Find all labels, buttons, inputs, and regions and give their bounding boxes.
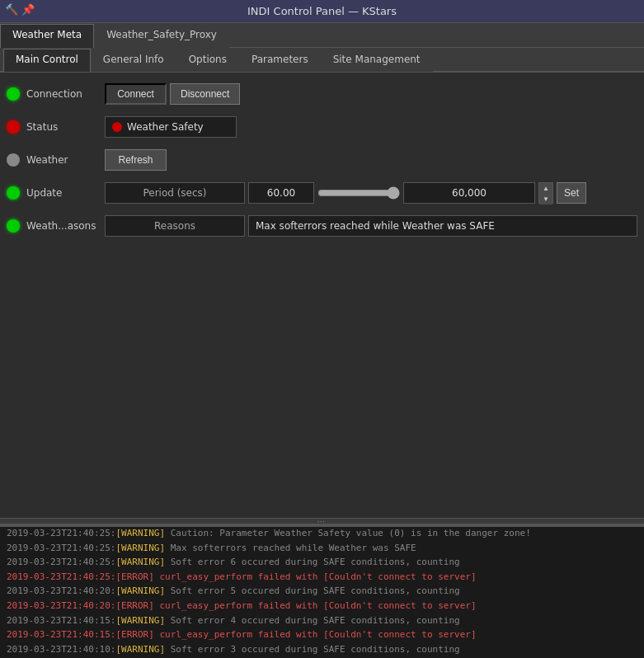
log-line: 2019-03-23T21:40:25:[WARNING] Caution: P…: [7, 526, 637, 541]
log-line: 2019-03-23T21:40:10:[WARNING] Soft error…: [7, 642, 637, 657]
connection-indicator: [7, 87, 20, 101]
connect-button[interactable]: Connect: [105, 83, 167, 105]
update-indicator: [7, 186, 20, 200]
set-button[interactable]: Set: [557, 182, 586, 204]
window-title: INDI Control Panel — KStars: [247, 5, 397, 17]
title-bar: 🔨 📌 INDI Control Panel — KStars: [0, 0, 644, 23]
sub-tab-general-info[interactable]: General Info: [91, 49, 176, 72]
sub-tab-main-control[interactable]: Main Control: [3, 49, 91, 72]
log-line: 2019-03-23T21:40:15:[ERROR] curl_easy_pe…: [7, 627, 637, 642]
top-tab-weather-safety-proxy[interactable]: Weather_Safety_Proxy: [94, 24, 229, 48]
sub-tab-bar: Main Control General Info Options Parame…: [0, 48, 644, 73]
log-line: 2019-03-23T21:40:25:[WARNING] Soft error…: [7, 555, 637, 570]
reasons-indicator: [7, 219, 20, 233]
disconnect-button[interactable]: Disconnect: [170, 83, 240, 105]
status-label: Status: [26, 121, 105, 133]
status-red-dot: [112, 122, 122, 132]
sub-tab-parameters[interactable]: Parameters: [239, 49, 321, 72]
status-row: Status Weather Safety: [7, 114, 637, 140]
sub-tab-site-management[interactable]: Site Management: [321, 49, 433, 72]
spin-up-button[interactable]: ▲: [539, 183, 552, 194]
reasons-value-field: Max softerrors reached while Weather was…: [248, 215, 637, 237]
update-label: Update: [26, 187, 105, 199]
weather-label: Weather: [26, 154, 105, 166]
log-line: 2019-03-23T21:40:15:[WARNING] Soft error…: [7, 613, 637, 628]
refresh-button[interactable]: Refresh: [105, 149, 167, 171]
app-icon-pin: 📌: [21, 3, 35, 16]
spin-buttons: ▲ ▼: [538, 182, 553, 204]
log-area[interactable]: 2019-03-23T21:40:25:[WARNING] Caution: P…: [0, 524, 644, 658]
period-label: Period (secs): [105, 182, 245, 204]
connection-controls: Connect Disconnect: [105, 83, 637, 105]
update-controls: Period (secs) 60.00 60,000 ▲ ▼ Set: [105, 182, 637, 204]
status-controls: Weather Safety: [105, 116, 637, 138]
log-line: 2019-03-23T21:40:25:[ERROR] curl_easy_pe…: [7, 570, 637, 585]
update-row: Update Period (secs) 60.00 60,000 ▲ ▼ Se…: [7, 180, 637, 206]
connection-row: Connection Connect Disconnect: [7, 81, 637, 107]
period-slider-container: [317, 186, 400, 200]
status-indicator: [7, 120, 20, 134]
top-tab-weather-meta[interactable]: Weather Meta: [0, 24, 94, 48]
log-line: 2019-03-23T21:40:20:[ERROR] curl_easy_pe…: [7, 599, 637, 613]
status-value-field: Weather Safety: [105, 116, 237, 138]
reasons-label: Weath...asons: [26, 220, 105, 232]
spin-down-button[interactable]: ▼: [539, 194, 552, 204]
period-slider[interactable]: [317, 186, 400, 200]
period-value-field: 60.00: [248, 182, 314, 204]
title-icons: 🔨 📌: [5, 3, 35, 16]
connection-label: Connection: [26, 88, 105, 100]
top-tab-bar: Weather Meta Weather_Safety_Proxy: [0, 23, 644, 48]
reasons-button-field: Reasons: [105, 215, 245, 237]
reasons-controls: Reasons Max softerrors reached while Wea…: [105, 215, 637, 237]
weather-indicator: [7, 153, 20, 167]
weather-row: Weather Refresh: [7, 147, 637, 173]
reasons-row: Weath...asons Reasons Max softerrors rea…: [7, 213, 637, 239]
spin-value-field: 60,000: [403, 182, 535, 204]
log-line: 2019-03-23T21:40:20:[WARNING] Soft error…: [7, 584, 637, 599]
main-content-panel: Connection Connect Disconnect Status Wea…: [0, 73, 644, 518]
resize-handle[interactable]: [0, 518, 644, 524]
sub-tab-options[interactable]: Options: [176, 49, 239, 72]
app-icon-hammer: 🔨: [5, 3, 18, 16]
log-line: 2019-03-23T21:40:25:[WARNING] Max softer…: [7, 541, 637, 556]
weather-controls: Refresh: [105, 149, 637, 171]
